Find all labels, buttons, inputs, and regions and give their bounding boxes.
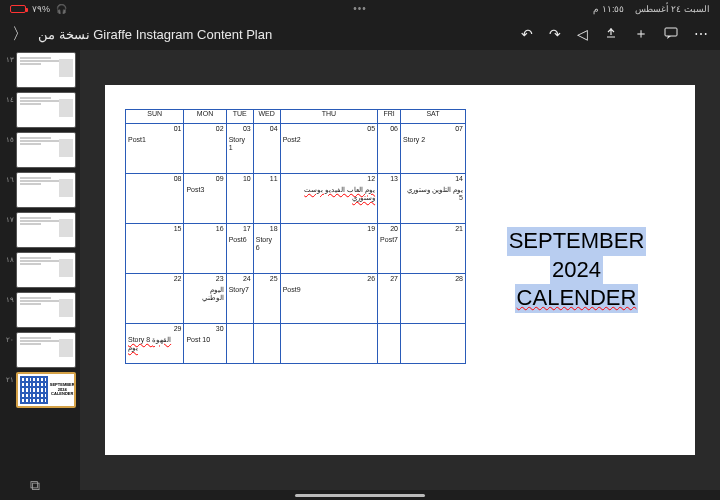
slide-thumb[interactable]: [16, 212, 76, 248]
calendar-cell: 28: [400, 274, 465, 324]
calendar-cell: 02: [184, 124, 226, 174]
calendar-cell: 18Story 6: [253, 224, 280, 274]
slide-thumb[interactable]: [16, 292, 76, 328]
insert-icon[interactable]: [604, 26, 618, 43]
calendar-cell: [280, 324, 377, 364]
comment-icon[interactable]: [664, 26, 678, 43]
status-time: ١١:٥٥ م: [593, 4, 624, 14]
calendar-cell: 14يوم التلوين وستوري 5: [400, 174, 465, 224]
slide-thumbnails[interactable]: ١٣١٤١٥١٦١٧١٨١٩٢٠٢١SEPTEMBER2024CALENDER: [0, 50, 80, 490]
slide-thumb[interactable]: [16, 172, 76, 208]
slide-thumb[interactable]: SEPTEMBER2024CALENDER: [16, 372, 76, 408]
thumb-number: ١٥: [4, 132, 14, 144]
slide-thumb[interactable]: [16, 252, 76, 288]
app-header: 〉 نسخة من Giraffe Instagram Content Plan…: [0, 18, 720, 50]
redo-icon[interactable]: ↷: [549, 26, 561, 42]
document-title[interactable]: نسخة من Giraffe Instagram Content Plan: [38, 27, 272, 42]
title-line-3: CALENDER: [515, 284, 639, 313]
calendar-cell: 22: [126, 274, 184, 324]
play-icon[interactable]: ◁: [577, 26, 588, 42]
more-icon[interactable]: ⋯: [694, 26, 708, 42]
calendar-cell: 13: [378, 174, 401, 224]
thumb-number: ٢٠: [4, 332, 14, 344]
thumb-number: ١٩: [4, 292, 14, 304]
add-icon[interactable]: ＋: [634, 25, 648, 43]
slide-thumb[interactable]: [16, 332, 76, 368]
calendar-cell: 11: [253, 174, 280, 224]
title-line-1: SEPTEMBER: [507, 227, 647, 256]
calendar-cell: 27: [378, 274, 401, 324]
thumb-number: ١٧: [4, 212, 14, 224]
calendar-cell: 16: [184, 224, 226, 274]
calendar-cell: 07Story 2: [400, 124, 465, 174]
slide-thumb[interactable]: [16, 52, 76, 88]
svg-rect-0: [665, 28, 677, 36]
calendar-cell: 20Post7: [378, 224, 401, 274]
day-header: MON: [184, 110, 226, 124]
back-icon[interactable]: 〉: [12, 24, 28, 45]
undo-icon[interactable]: ↶: [521, 26, 533, 42]
calendar-cell: 06: [378, 124, 401, 174]
calendar-cell: [400, 324, 465, 364]
calendar-cell: 04: [253, 124, 280, 174]
calendar-cell: 03Story 1: [226, 124, 253, 174]
signal-text: ٧٩%: [32, 4, 50, 14]
calendar-cell: 19: [280, 224, 377, 274]
calendar-cell: 15: [126, 224, 184, 274]
thumb-number: ١٣: [4, 52, 14, 64]
thumb-number: ٢١: [4, 372, 14, 384]
calendar-cell: 26Post9: [280, 274, 377, 324]
thumb-number: ١٤: [4, 92, 14, 104]
calendar-cell: 12يوم العاب الفيديو بوست وستوري: [280, 174, 377, 224]
thumb-number: ١٨: [4, 252, 14, 264]
calendar-cell: 24Story7: [226, 274, 253, 324]
battery-icon: [10, 5, 26, 13]
slide-thumb[interactable]: [16, 92, 76, 128]
drag-handle: •••: [353, 3, 367, 14]
calendar-cell: 01Post1: [126, 124, 184, 174]
calendar-cell: [253, 324, 280, 364]
day-header: SUN: [126, 110, 184, 124]
day-header: SAT: [400, 110, 465, 124]
day-header: TUE: [226, 110, 253, 124]
headphones-icon: 🎧: [56, 4, 67, 14]
slide-content: SUNMONTUEWEDTHUFRISAT01Post10203Story 10…: [105, 85, 695, 455]
calendar-cell: 29Story 8 القهوة يوم: [126, 324, 184, 364]
title-line-2: 2024: [550, 256, 603, 285]
calendar-cell: 21: [400, 224, 465, 274]
slide-thumb[interactable]: [16, 132, 76, 168]
day-header: THU: [280, 110, 377, 124]
calendar-cell: [378, 324, 401, 364]
calendar-cell: 05Post2: [280, 124, 377, 174]
day-header: WED: [253, 110, 280, 124]
calendar-cell: 10: [226, 174, 253, 224]
day-header: FRI: [378, 110, 401, 124]
grid-view-icon[interactable]: ⧉: [30, 477, 40, 494]
home-indicator: [295, 494, 425, 497]
slide-title-block: SEPTEMBER 2024 CALENDER: [478, 109, 675, 431]
calendar-cell: 17Post6: [226, 224, 253, 274]
calendar-grid: SUNMONTUEWEDTHUFRISAT01Post10203Story 10…: [125, 109, 466, 431]
calendar-cell: 25: [253, 274, 280, 324]
calendar-cell: [226, 324, 253, 364]
calendar-cell: 09Post3: [184, 174, 226, 224]
calendar-cell: 23اليوم الوطني: [184, 274, 226, 324]
thumb-number: ١٦: [4, 172, 14, 184]
slide-canvas[interactable]: SUNMONTUEWEDTHUFRISAT01Post10203Story 10…: [80, 50, 720, 490]
calendar-cell: 30Post 10: [184, 324, 226, 364]
calendar-cell: 08: [126, 174, 184, 224]
status-date: السبت ٢٤ أغسطس: [635, 4, 710, 14]
